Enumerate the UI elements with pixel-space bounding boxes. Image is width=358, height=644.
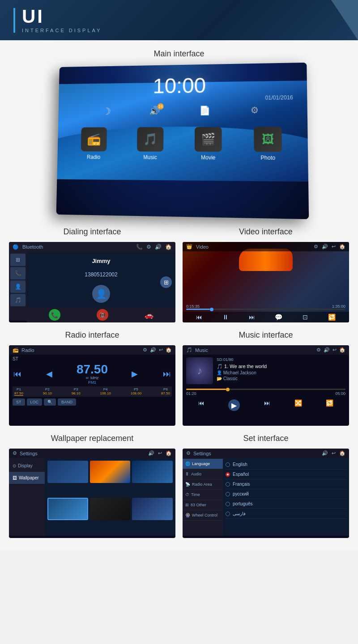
hangup-btn[interactable]: 📵 bbox=[97, 309, 108, 321]
display-icon: ⊙ bbox=[13, 463, 16, 468]
pause-btn[interactable]: ⏸ bbox=[222, 314, 229, 321]
audio-icon: 🎚 bbox=[185, 472, 189, 476]
set-radio-area[interactable]: 📡 Radio Area bbox=[183, 479, 223, 490]
music-progress-bar[interactable] bbox=[186, 389, 345, 390]
music-screen: 🎵 Music ⚙ 🔊 ↩ 🏠 ♪ SD:01/80 🎵 1. We are t… bbox=[183, 345, 349, 426]
preset-2[interactable]: P2 90.10 bbox=[43, 387, 52, 396]
screen-apps: 📻 Radio 🎵 Music 🎬 Movie 🖼 Photo bbox=[57, 120, 308, 164]
app-radio[interactable]: 📻 Radio bbox=[81, 127, 107, 161]
music-block: Music interface 🎵 Music ⚙ 🔊 ↩ 🏠 ♪ SD:01/… bbox=[183, 330, 349, 426]
preset-1[interactable]: P1 87.50 bbox=[14, 387, 23, 396]
settings-header-wp: ⚙ Settings 🔊 ↩ 🏠 bbox=[9, 449, 175, 458]
video-total-time: 1:35:00 bbox=[332, 304, 345, 309]
dial-sidebar-contact[interactable]: 👤 bbox=[10, 280, 26, 293]
preset-3[interactable]: P3 98.10 bbox=[72, 387, 81, 396]
app-radio-label: Radio bbox=[87, 154, 100, 160]
set-sidebar: 🌐 Language 🎚 Audio 📡 Radio Area ⏱ bbox=[183, 458, 223, 536]
next-btn[interactable]: ⏭ bbox=[249, 314, 255, 321]
settings-icon-music: ⚙ bbox=[316, 347, 321, 353]
back-icon-wp: ↩ bbox=[158, 450, 162, 456]
freq-prev[interactable]: ◀ bbox=[44, 369, 54, 379]
video-progress-bar[interactable] bbox=[186, 309, 345, 310]
music-next-next[interactable]: ⏭ bbox=[264, 399, 270, 411]
app-photo-icon: 🖼 bbox=[254, 127, 282, 152]
wallpaper-4[interactable] bbox=[47, 498, 88, 520]
app-music[interactable]: 🎵 Music bbox=[137, 127, 164, 161]
answer-btn[interactable]: 📞 bbox=[49, 309, 60, 321]
set-time[interactable]: ⏱ Time bbox=[183, 490, 223, 500]
dialing-block: Dialing interface 🔵 Bluetooth 📞 ⚙ 🔊 🏠 ⊞ bbox=[9, 227, 175, 322]
lang-russian[interactable]: русский bbox=[226, 489, 346, 499]
volume-icon-wp: 🔊 bbox=[148, 450, 154, 456]
lang-portuguese[interactable]: português bbox=[226, 499, 346, 509]
repeat-btn[interactable]: 🔁 bbox=[328, 314, 336, 321]
time-icon: ⏱ bbox=[185, 492, 189, 497]
wallpaper-6[interactable] bbox=[132, 498, 173, 520]
search-btn[interactable]: 🔍 bbox=[44, 398, 56, 406]
lang-english[interactable]: English bbox=[226, 460, 346, 470]
aspect-btn[interactable]: ⊡ bbox=[303, 314, 308, 321]
freq-next[interactable]: ▶ bbox=[130, 369, 140, 379]
preset-4[interactable]: P4 106.10 bbox=[100, 387, 111, 396]
wallpaper-2[interactable] bbox=[90, 461, 131, 483]
genre-icon: 📂 bbox=[217, 376, 222, 381]
screen-icons-top: ☽ 🔊 16 📄 ⚙ bbox=[58, 101, 307, 121]
home-icon-dial: 🏠 bbox=[165, 244, 172, 250]
music-play-btn[interactable]: ▶ bbox=[228, 399, 240, 411]
dialing-screen: 🔵 Bluetooth 📞 ⚙ 🔊 🏠 ⊞ 📞 👤 🎵 bbox=[9, 242, 175, 322]
loc-btn[interactable]: LOC bbox=[27, 398, 43, 406]
music-title: Music bbox=[195, 347, 314, 353]
set-wheel[interactable]: 🎡 Wheel Control bbox=[183, 510, 223, 521]
app-movie[interactable]: 🎬 Movie bbox=[195, 127, 222, 161]
settings-wallpaper[interactable]: 🖼 Wallpaper bbox=[9, 472, 45, 484]
band-btn[interactable]: BAND bbox=[58, 398, 76, 406]
set-audio[interactable]: 🎚 Audio bbox=[183, 469, 223, 479]
lang-farsi[interactable]: فارسی bbox=[226, 509, 346, 519]
header-accent-bar bbox=[13, 8, 15, 33]
settings-icon-video: ⚙ bbox=[314, 244, 318, 250]
set-other[interactable]: ⊞ 83 Other bbox=[183, 500, 223, 510]
st-btn[interactable]: ST bbox=[13, 398, 25, 406]
radio-screen: 📻 Radio ⚙ 🔊 ↩ 🏠 ST ⏮ ◀ 87.50 bbox=[9, 345, 175, 426]
video-title: Video bbox=[196, 244, 209, 250]
language-list: English Español Français русский bbox=[223, 458, 349, 536]
music-album-art: ♪ bbox=[186, 357, 213, 384]
wallpaper-3[interactable] bbox=[132, 461, 173, 483]
lang-espanol[interactable]: Español bbox=[226, 470, 346, 479]
prev-btn[interactable]: ⏮ bbox=[196, 314, 202, 321]
dial-sidebar-grid[interactable]: ⊞ bbox=[10, 254, 26, 266]
phone-icon: 📞 bbox=[136, 244, 143, 250]
wallpaper-5[interactable] bbox=[90, 498, 131, 520]
settings-body-wp: ⊙ Display 🖼 Wallpaper bbox=[9, 458, 175, 536]
freq-next-next[interactable]: ⏭ bbox=[162, 369, 172, 379]
set-interface-block: Set interface ⚙ Settings 🔊 ↩ 🏠 🌐 bbox=[183, 434, 349, 538]
settings-sidebar-wp: ⊙ Display 🖼 Wallpaper bbox=[9, 458, 45, 536]
music-prev-prev[interactable]: ⏮ bbox=[198, 399, 205, 411]
settings-header-set: ⚙ Settings 🔊 ↩ 🏠 bbox=[183, 449, 349, 458]
crown-icon: 👑 bbox=[186, 244, 192, 250]
dial-sidebar-phone[interactable]: 📞 bbox=[10, 267, 26, 280]
video-controls: 0:15:35 1:35:00 ⏮ ⏸ ⏭ 💬 ⊡ 🔁 bbox=[183, 304, 349, 322]
video-progress-fill bbox=[186, 309, 210, 310]
lang-francais[interactable]: Français bbox=[226, 479, 346, 489]
app-photo[interactable]: 🖼 Photo bbox=[254, 127, 282, 161]
preset-5[interactable]: P5 108.00 bbox=[131, 387, 141, 396]
radio-infinity-icon: ∞ bbox=[86, 376, 89, 380]
wallpaper-label: Wallpaper replacement bbox=[9, 434, 175, 443]
set-language[interactable]: 🌐 Language bbox=[183, 459, 223, 469]
wallpaper-1[interactable] bbox=[47, 461, 88, 483]
wallpaper-screen: ⚙ Settings 🔊 ↩ 🏠 ⊙ Display bbox=[9, 449, 175, 538]
lang-francais-label: Français bbox=[233, 482, 250, 487]
settings-display[interactable]: ⊙ Display bbox=[9, 460, 45, 472]
music-repeat[interactable]: 🔁 bbox=[326, 399, 333, 411]
other-icon: ⊞ bbox=[185, 503, 189, 507]
music-shuffle[interactable]: 🔀 bbox=[294, 399, 302, 411]
dial-keypad-btn[interactable]: ⊞ bbox=[160, 276, 172, 288]
preset-6[interactable]: P6 87.50 bbox=[161, 387, 170, 396]
freq-prev-prev[interactable]: ⏮ bbox=[13, 369, 22, 379]
dial-sidebar-music[interactable]: 🎵 bbox=[10, 294, 26, 306]
header: UI INTERFACE DISPLAY bbox=[0, 0, 358, 40]
subtitles-btn[interactable]: 💬 bbox=[275, 314, 282, 321]
contact-avatar: 👤 bbox=[92, 285, 110, 303]
main-screen: 10:00 01/01/2016 ☽ 🔊 16 📄 ⚙ 📻 Radio bbox=[56, 63, 309, 219]
